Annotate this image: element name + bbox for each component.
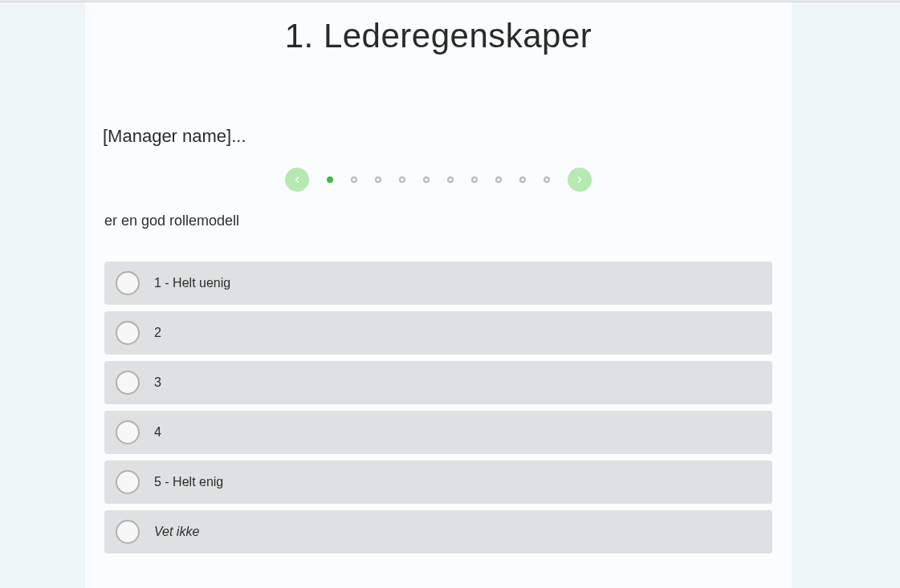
pager-dot-4[interactable] xyxy=(399,176,405,183)
survey-card: 1. Lederegenskaper [Manager name]... er … xyxy=(85,2,792,588)
radio-5[interactable] xyxy=(116,470,140,494)
pager-dot-7[interactable] xyxy=(471,176,478,183)
option-row-1[interactable]: 1 - Helt uenig xyxy=(104,262,772,305)
option-row-2[interactable]: 2 xyxy=(104,311,772,355)
radio-6[interactable] xyxy=(116,520,140,544)
option-row-5[interactable]: 5 - Helt enig xyxy=(104,460,772,504)
subject-prefix: [Manager name]... xyxy=(103,126,792,147)
option-row-4[interactable]: 4 xyxy=(104,411,772,454)
pager-dots xyxy=(327,176,550,183)
pager-dot-6[interactable] xyxy=(447,176,454,183)
options-list: 1 - Helt uenig2345 - Helt enigVet ikke xyxy=(85,262,792,554)
chevron-left-icon xyxy=(292,175,302,185)
pager-dot-9[interactable] xyxy=(519,176,526,183)
option-row-6[interactable]: Vet ikke xyxy=(104,510,772,554)
radio-1[interactable] xyxy=(116,271,140,295)
option-label-3: 3 xyxy=(154,375,161,390)
option-row-3[interactable]: 3 xyxy=(104,361,772,404)
option-label-1: 1 - Helt uenig xyxy=(154,276,230,290)
page-title: 1. Lederegenskaper xyxy=(85,17,792,55)
pager-dot-10[interactable] xyxy=(544,176,550,183)
radio-3[interactable] xyxy=(116,371,140,395)
question-text: er en god rollemodell xyxy=(104,213,792,229)
radio-2[interactable] xyxy=(116,321,140,345)
pager-dot-1[interactable] xyxy=(327,176,333,183)
prev-button[interactable] xyxy=(285,168,309,192)
pager-dot-2[interactable] xyxy=(351,176,357,183)
option-label-6: Vet ikke xyxy=(154,525,199,539)
pager xyxy=(85,168,792,192)
chevron-right-icon xyxy=(575,175,584,185)
option-label-4: 4 xyxy=(154,425,161,440)
radio-4[interactable] xyxy=(116,420,140,444)
pager-dot-3[interactable] xyxy=(375,176,381,183)
pager-dot-8[interactable] xyxy=(495,176,502,183)
next-button[interactable] xyxy=(568,168,592,192)
option-label-5: 5 - Helt enig xyxy=(154,475,223,489)
pager-dot-5[interactable] xyxy=(423,176,430,183)
option-label-2: 2 xyxy=(154,326,161,340)
